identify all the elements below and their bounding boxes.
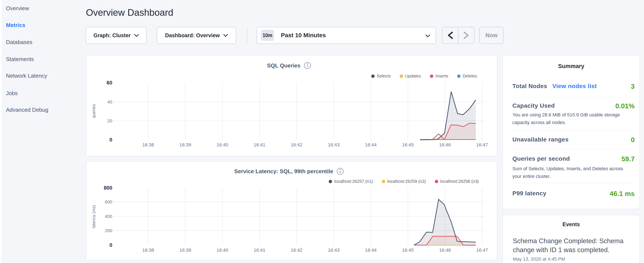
svg-text:16:47: 16:47: [476, 142, 488, 147]
svg-text:400: 400: [105, 214, 112, 219]
svg-text:16:44: 16:44: [365, 142, 376, 147]
svg-text:16:42: 16:42: [291, 142, 302, 147]
svg-text:800: 800: [104, 185, 112, 191]
svg-text:queries: queries: [92, 104, 96, 118]
svg-text:20: 20: [107, 118, 112, 123]
svg-text:16:46: 16:46: [439, 142, 451, 147]
svg-text:0: 0: [110, 137, 112, 143]
svg-text:16:39: 16:39: [180, 142, 191, 147]
svg-text:16:45: 16:45: [402, 142, 414, 147]
svg-text:latency (ms): latency (ms): [92, 205, 96, 228]
svg-text:16:38: 16:38: [142, 142, 154, 147]
svg-text:16:45: 16:45: [402, 247, 414, 253]
svg-text:16:42: 16:42: [291, 247, 302, 253]
svg-text:16:39: 16:39: [180, 247, 191, 253]
svg-text:600: 600: [105, 199, 112, 204]
svg-text:16:41: 16:41: [254, 142, 265, 147]
svg-text:200: 200: [105, 228, 112, 233]
svg-text:40: 40: [107, 99, 112, 104]
svg-text:16:47: 16:47: [476, 247, 488, 253]
svg-text:16:44: 16:44: [365, 247, 376, 253]
svg-text:16:43: 16:43: [328, 247, 340, 253]
svg-text:16:43: 16:43: [328, 142, 340, 147]
svg-text:16:41: 16:41: [254, 247, 265, 253]
svg-text:16:46: 16:46: [439, 247, 451, 253]
svg-text:16:40: 16:40: [216, 142, 228, 147]
svg-text:0: 0: [110, 242, 112, 248]
svg-text:16:40: 16:40: [216, 247, 228, 253]
svg-text:16:38: 16:38: [142, 247, 154, 253]
svg-text:60: 60: [106, 80, 112, 86]
